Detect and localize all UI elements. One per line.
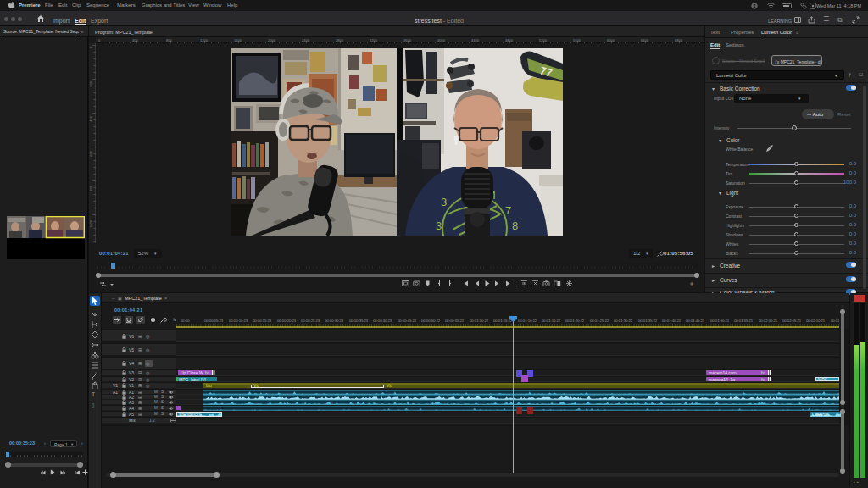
svg-text:00:00:25:23: 00:00:25:23 xyxy=(301,319,320,323)
svg-text:3: 3 xyxy=(441,196,447,208)
svg-text:00:02:05:21: 00:02:05:21 xyxy=(782,319,802,323)
svg-text:800: 800 xyxy=(166,38,172,42)
svg-text:2400: 2400 xyxy=(302,38,310,42)
svg-text:6000: 6000 xyxy=(607,38,615,42)
svg-text:2800: 2800 xyxy=(336,38,344,42)
svg-text:5200: 5200 xyxy=(539,38,548,42)
svg-text:00:01:05:22: 00:01:05:22 xyxy=(493,319,513,323)
svg-text:8: 8 xyxy=(512,219,518,232)
svg-text:00:01:10:22: 00:01:10:22 xyxy=(518,319,537,323)
svg-text:00:01:25:22: 00:01:25:22 xyxy=(590,319,609,323)
svg-text:00:00:10:23: 00:00:10:23 xyxy=(229,319,248,323)
svg-text:00:00:40:23: 00:00:40:23 xyxy=(373,319,392,323)
svg-text:00:02:00:21: 00:02:00:21 xyxy=(759,319,778,323)
svg-text:6400: 6400 xyxy=(641,38,649,42)
svg-text:3200: 3200 xyxy=(370,38,378,42)
svg-text:00:00:55:22: 00:00:55:22 xyxy=(445,319,465,323)
svg-text:00:01:15:22: 00:01:15:22 xyxy=(542,319,561,323)
svg-text:00:02:10:21: 00:02:10:21 xyxy=(806,319,826,323)
svg-text:00:01:20:22: 00:01:20:22 xyxy=(565,319,585,323)
svg-text:00:00:50:22: 00:00:50:22 xyxy=(421,319,441,323)
svg-text:00:01:50:21: 00:01:50:21 xyxy=(710,319,730,323)
svg-text:00:01:40:22: 00:01:40:22 xyxy=(662,319,682,323)
svg-text:600: 600 xyxy=(89,150,93,156)
svg-text:200: 200 xyxy=(89,80,93,86)
svg-text:00:01:30:22: 00:01:30:22 xyxy=(614,319,633,323)
svg-text:2000: 2000 xyxy=(268,38,276,42)
svg-text:0: 0 xyxy=(98,38,101,42)
svg-text:0: 0 xyxy=(89,46,93,48)
svg-text:800: 800 xyxy=(89,185,93,191)
svg-text:4400: 4400 xyxy=(471,38,480,42)
svg-text:4000: 4000 xyxy=(437,38,446,42)
svg-text:1600: 1600 xyxy=(234,38,242,42)
svg-text:00:01:45:21: 00:01:45:21 xyxy=(686,319,705,323)
svg-text:00:01:00:22: 00:01:00:22 xyxy=(470,319,489,323)
svg-text:00:00:35:23: 00:00:35:23 xyxy=(349,319,369,323)
svg-text:400: 400 xyxy=(132,38,138,42)
svg-text:400: 400 xyxy=(89,115,93,121)
svg-text:3600: 3600 xyxy=(403,38,412,42)
svg-text:3: 3 xyxy=(436,219,442,232)
svg-text:00:01:55:21: 00:01:55:21 xyxy=(734,319,754,323)
svg-text:00:00:20:23: 00:00:20:23 xyxy=(277,319,297,323)
svg-text:00:00:05:23: 00:00:05:23 xyxy=(204,319,224,323)
svg-text:00:01:35:22: 00:01:35:22 xyxy=(638,319,658,323)
svg-text:5600: 5600 xyxy=(573,38,581,42)
svg-text:00:00:30:23: 00:00:30:23 xyxy=(325,319,344,323)
svg-text:1200: 1200 xyxy=(200,38,209,42)
svg-text:4800: 4800 xyxy=(505,38,514,42)
svg-text:00:00: 00:00 xyxy=(181,319,190,323)
svg-text:00:00:15:23: 00:00:15:23 xyxy=(253,319,272,323)
svg-text:1000: 1000 xyxy=(89,219,93,228)
svg-text:6800: 6800 xyxy=(675,38,683,42)
svg-text:00:02:15:21: 00:02:15:21 xyxy=(831,319,839,323)
svg-text:00:00:45:22: 00:00:45:22 xyxy=(398,319,417,323)
svg-text:7: 7 xyxy=(505,204,511,217)
